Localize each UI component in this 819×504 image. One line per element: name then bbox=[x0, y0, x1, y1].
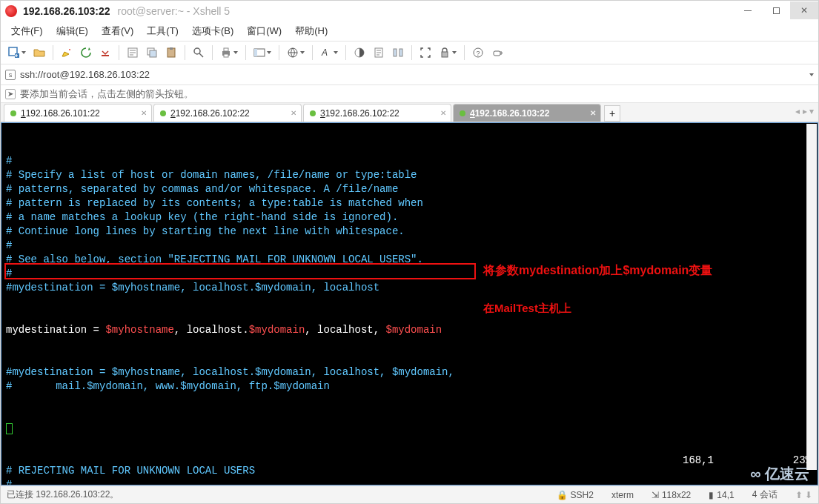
status-bar: 已连接 192.168.26.103:22。 🔒SSH2 xterm ⇲118x… bbox=[1, 485, 818, 503]
session-tab-3[interactable]: 4 192.168.26.103:22✕ bbox=[453, 104, 601, 122]
svg-point-9 bbox=[194, 48, 200, 54]
disconnect-button[interactable] bbox=[96, 44, 114, 62]
annotation-2: 在MailTest主机上 bbox=[483, 301, 571, 315]
svg-text:A: A bbox=[321, 47, 328, 58]
vim-position: 168,1 bbox=[683, 454, 714, 468]
terminal-line: #mydestination = $myhostname, localhost.… bbox=[6, 281, 813, 295]
close-button[interactable]: ✕ bbox=[790, 1, 818, 19]
session-tab-1[interactable]: 2 192.168.26.102:22✕ bbox=[153, 104, 302, 122]
terminal-line: #mydestination = $myhostname, localhost.… bbox=[6, 365, 813, 379]
svg-point-2 bbox=[69, 49, 70, 50]
help-button[interactable]: ? bbox=[469, 44, 487, 62]
menu-edit[interactable]: 编辑(E) bbox=[52, 23, 93, 39]
lock-small-icon: 🔒 bbox=[557, 490, 568, 500]
reconnect-button[interactable] bbox=[77, 44, 95, 62]
terminal-line: # bbox=[6, 478, 813, 485]
tab-strip: 1 192.168.26.101:22✕2 192.168.26.102:22✕… bbox=[1, 103, 818, 122]
status-dot-icon bbox=[10, 110, 16, 116]
lock-button[interactable] bbox=[436, 44, 460, 62]
address-text[interactable]: ssh://root@192.168.26.103:22 bbox=[20, 69, 150, 80]
columns-button[interactable] bbox=[389, 44, 407, 62]
close-tab-icon[interactable]: ✕ bbox=[141, 109, 147, 117]
app-icon bbox=[5, 5, 17, 17]
maximize-button[interactable] bbox=[762, 1, 790, 19]
protocol-icon: s bbox=[5, 70, 16, 80]
paste-button[interactable] bbox=[162, 44, 180, 62]
address-dropdown[interactable] bbox=[809, 73, 814, 76]
close-tab-icon[interactable]: ✕ bbox=[440, 109, 446, 117]
address-bar: s ssh://root@192.168.26.103:22 bbox=[1, 64, 818, 85]
svg-rect-11 bbox=[224, 48, 228, 51]
session-tab-2[interactable]: 3 192.168.26.102:22✕ bbox=[303, 104, 451, 122]
new-tab-button[interactable]: + bbox=[604, 105, 620, 122]
terminal-line: # pattern is replaced by its contents; a… bbox=[6, 196, 813, 210]
highlighted-config-line: mydestination = $myhostname, localhost.$… bbox=[6, 323, 813, 337]
svg-rect-20 bbox=[399, 49, 402, 56]
terminal-line: # bbox=[6, 239, 813, 253]
svg-rect-19 bbox=[394, 49, 397, 56]
cursor-icon bbox=[6, 423, 13, 434]
menu-tabs[interactable]: 选项卡(B) bbox=[188, 23, 238, 39]
find-button[interactable] bbox=[190, 44, 208, 62]
menu-window[interactable]: 窗口(W) bbox=[242, 23, 286, 39]
terminal-line: # mail.$mydomain, www.$mydomain, ftp.$my… bbox=[6, 379, 813, 394]
status-termtype: xterm bbox=[611, 490, 634, 500]
layout-button[interactable] bbox=[251, 44, 274, 62]
annotation-1: 将参数mydestination加上$mydomain变量 bbox=[483, 263, 712, 277]
svg-text:?: ? bbox=[477, 50, 480, 57]
svg-rect-6 bbox=[150, 50, 156, 57]
minimize-button[interactable] bbox=[734, 1, 762, 19]
menu-tools[interactable]: 工具(T) bbox=[142, 23, 183, 39]
app-window: 192.168.26.103:22 root@server:~ - Xshell… bbox=[0, 0, 819, 504]
font-button[interactable]: A bbox=[317, 44, 341, 62]
properties-button[interactable] bbox=[124, 44, 142, 62]
titlebar: 192.168.26.103:22 root@server:~ - Xshell… bbox=[1, 1, 818, 21]
tab-nav[interactable]: ◂ ▸ ▾ bbox=[795, 106, 814, 116]
status-sessions: 4 会话 bbox=[752, 488, 777, 501]
terminal-line: # bbox=[6, 154, 813, 168]
scrollbar-vertical[interactable] bbox=[806, 124, 817, 470]
terminal[interactable]: ## Specify a list of host or domain name… bbox=[1, 122, 818, 485]
terminal-line: # a name matches a lookup key (the right… bbox=[6, 210, 813, 225]
svg-rect-14 bbox=[254, 49, 257, 56]
svg-rect-8 bbox=[170, 47, 173, 50]
menu-view[interactable]: 查看(V) bbox=[97, 23, 138, 39]
copy-button[interactable] bbox=[143, 44, 161, 62]
menubar: 文件(F) 编辑(E) 查看(V) 工具(T) 选项卡(B) 窗口(W) 帮助(… bbox=[1, 21, 818, 41]
color-button[interactable] bbox=[351, 44, 368, 62]
script-button[interactable] bbox=[370, 44, 388, 62]
status-dot-icon bbox=[160, 110, 166, 116]
title-main: 192.168.26.103:22 bbox=[23, 5, 110, 17]
session-tab-0[interactable]: 1 192.168.26.101:22✕ bbox=[4, 104, 152, 122]
hint-bar: ➤ 要添加当前会话，点击左侧的箭头按钮。 bbox=[1, 85, 818, 103]
terminal-line: # patterns, separated by commas and/or w… bbox=[6, 182, 813, 196]
close-tab-icon[interactable]: ✕ bbox=[291, 109, 296, 117]
svg-rect-21 bbox=[442, 52, 448, 57]
print-button[interactable] bbox=[217, 44, 241, 62]
close-tab-icon[interactable]: ✕ bbox=[590, 109, 596, 117]
highlight-button[interactable] bbox=[58, 44, 76, 62]
add-session-arrow-icon[interactable]: ➤ bbox=[5, 89, 16, 99]
status-cursor: ▮14,1 bbox=[709, 490, 734, 500]
menu-help[interactable]: 帮助(H) bbox=[291, 23, 332, 39]
resize-icon: ⇲ bbox=[651, 490, 659, 500]
hint-text: 要添加当前会话，点击左侧的箭头按钮。 bbox=[20, 87, 193, 101]
status-updown-icons: ⬆ ⬇ bbox=[795, 490, 812, 500]
open-button[interactable] bbox=[30, 44, 48, 62]
watermark-logo: ∞ 亿速云 bbox=[750, 464, 809, 484]
svg-rect-3 bbox=[102, 55, 109, 56]
fullscreen-button[interactable] bbox=[417, 44, 434, 62]
new-session-button[interactable] bbox=[5, 44, 29, 62]
terminal-line: # Continue long lines by starting the ne… bbox=[6, 225, 813, 239]
coffee-icon[interactable] bbox=[488, 44, 506, 62]
terminal-line: # Specify a list of host or domain names… bbox=[6, 168, 813, 182]
encoding-button[interactable] bbox=[284, 44, 308, 62]
status-dot-icon bbox=[460, 110, 465, 116]
status-connected: 已连接 192.168.26.103:22。 bbox=[7, 488, 539, 501]
status-size: ⇲118x22 bbox=[651, 490, 691, 500]
menu-file[interactable]: 文件(F) bbox=[7, 23, 47, 39]
cursor-pos-icon: ▮ bbox=[709, 490, 714, 500]
svg-rect-24 bbox=[494, 51, 500, 56]
toolbar: A ? bbox=[1, 41, 818, 64]
title-sub: root@server:~ - Xshell 5 bbox=[118, 5, 231, 17]
